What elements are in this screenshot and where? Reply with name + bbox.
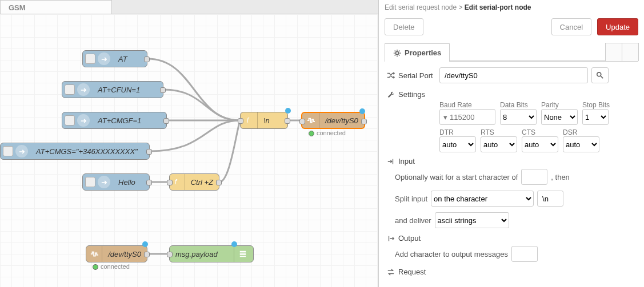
svg-line-12: [601, 76, 603, 78]
node-port-out[interactable]: [216, 180, 222, 185]
inject-button[interactable]: [3, 146, 13, 156]
row-split: Split input on the character: [395, 191, 636, 207]
edit-sidebar: Edit serial request node > Edit serial-p…: [378, 0, 644, 287]
add-char-input[interactable]: [511, 246, 538, 262]
section-request: Request: [387, 268, 636, 276]
node-port-in[interactable]: [167, 252, 173, 257]
inject-node-cfun[interactable]: ➜ AT+CFUN=1: [62, 81, 163, 98]
breadcrumb-prev[interactable]: Edit serial request node: [385, 3, 457, 11]
split-mode-select[interactable]: on the character: [431, 191, 534, 207]
databits-label: Data Bits: [500, 101, 537, 109]
col-stopbits: Stop Bits 1: [582, 101, 610, 125]
dtr-label: DTR: [439, 128, 476, 136]
row-deliver: and deliver ascii strings: [395, 212, 636, 228]
row-serial-port: Serial Port: [387, 67, 636, 83]
inject-button[interactable]: [85, 54, 95, 64]
row-settings: Settings: [387, 90, 636, 99]
baud-value: 115200: [450, 113, 474, 122]
node-label: AT: [113, 55, 133, 63]
node-changed-dot: [142, 241, 148, 247]
deliver-label: and deliver: [395, 216, 431, 225]
node-port-out[interactable]: [144, 56, 150, 62]
debug-icon: [234, 246, 251, 262]
status-dot-connected: [93, 264, 98, 270]
flow-tab-gsm[interactable]: GSM: [0, 0, 112, 14]
label-text: Settings: [398, 90, 425, 99]
gear-icon: [393, 49, 401, 57]
col-databits: Data Bits 8: [500, 101, 537, 125]
add-char-text: Add character to output messages: [395, 250, 508, 258]
workspace: GSM ➜ AT ➜ AT+CFUN=1 ➜: [0, 0, 378, 287]
label-text: Serial Port: [398, 71, 433, 80]
function-node-newline[interactable]: f \n: [240, 112, 288, 129]
section-input: Input: [387, 157, 636, 165]
serial-out-node[interactable]: /dev/ttyS0: [301, 112, 365, 129]
wrench-icon: [387, 91, 395, 99]
svg-rect-3: [239, 253, 246, 255]
node-port-out[interactable]: [163, 118, 169, 124]
node-label: AT+CFUN=1: [92, 86, 146, 94]
node-port-out[interactable]: [160, 87, 166, 93]
function-node-ctrlz[interactable]: f Ctrl +Z: [169, 173, 219, 191]
row-wait-char: Optionally wait for a start character of…: [395, 169, 636, 185]
cts-select[interactable]: auto: [522, 136, 558, 152]
exchange-icon: [387, 268, 395, 276]
inject-node-at[interactable]: ➜ AT: [82, 50, 147, 67]
dsr-select[interactable]: auto: [563, 136, 599, 152]
flow-tab-bar: GSM: [0, 0, 378, 14]
status-text: connected: [101, 263, 130, 270]
inject-node-cmgs[interactable]: ➜ AT+CMGS="+346XXXXXXXX": [0, 143, 150, 160]
tab-docs-icon[interactable]: [622, 43, 639, 61]
wait-char-input[interactable]: [521, 169, 547, 185]
baud-label: Baud Rate: [439, 101, 495, 109]
node-port-in[interactable]: [167, 180, 173, 185]
serial-port-input[interactable]: [439, 67, 588, 83]
cancel-button[interactable]: Cancel: [551, 18, 591, 35]
dtr-select[interactable]: auto: [439, 136, 476, 152]
node-changed-dot: [359, 108, 365, 114]
parity-select[interactable]: None: [541, 109, 578, 125]
then-text: , then: [551, 173, 570, 181]
inject-button[interactable]: [65, 84, 75, 95]
stopbits-select[interactable]: 1: [582, 109, 609, 125]
node-label: /dev/ttyS0: [319, 116, 364, 125]
tab-properties-label: Properties: [405, 48, 441, 57]
col-baud: Baud Rate ▾115200: [439, 101, 495, 125]
col-dtr: DTR auto: [439, 128, 476, 152]
section-request-label: Request: [398, 268, 426, 276]
node-port-out[interactable]: [146, 180, 152, 185]
breadcrumb-sep: >: [458, 3, 462, 11]
breadcrumb: Edit serial request node > Edit serial-p…: [379, 0, 644, 15]
tab-settings-icon[interactable]: [605, 43, 622, 61]
inject-button[interactable]: [65, 115, 75, 126]
serial-port-search-button[interactable]: [591, 67, 609, 83]
cts-label: CTS: [522, 128, 558, 136]
serial-in-node[interactable]: /dev/ttyS0: [86, 245, 147, 262]
rts-select[interactable]: auto: [481, 136, 517, 152]
col-rts: RTS auto: [481, 128, 517, 152]
baud-rate-input[interactable]: ▾115200: [439, 109, 495, 125]
section-output-label: Output: [398, 234, 421, 242]
node-port-in[interactable]: [299, 119, 305, 124]
node-port-out[interactable]: [146, 149, 152, 155]
deliver-mode-select[interactable]: ascii strings: [435, 212, 509, 228]
inject-node-cmgf[interactable]: ➜ AT+CMGF=1: [62, 112, 167, 129]
split-char-input[interactable]: [537, 191, 563, 207]
tab-properties[interactable]: Properties: [385, 43, 450, 62]
serial-icon: [86, 246, 102, 262]
inject-node-hello[interactable]: ➜ Hello: [82, 173, 150, 191]
node-label: AT+CMGF=1: [92, 116, 147, 125]
node-port-out[interactable]: [361, 119, 367, 124]
debug-node[interactable]: msg.payload: [169, 245, 254, 262]
update-button[interactable]: Update: [597, 18, 638, 35]
delete-button[interactable]: Delete: [385, 18, 423, 35]
settings-grid-2: DTR auto RTS auto CTS auto DSR auto: [439, 128, 636, 152]
flow-canvas[interactable]: ➜ AT ➜ AT+CFUN=1 ➜ AT+CMGF=1 ➜ AT+CMGS="…: [0, 14, 378, 287]
inject-arrow-icon: ➜: [77, 114, 90, 127]
inject-button[interactable]: [85, 177, 95, 187]
databits-select[interactable]: 8: [500, 109, 537, 125]
node-port-out[interactable]: [285, 118, 290, 124]
arrow-in-icon: [387, 157, 395, 165]
node-port-in[interactable]: [238, 118, 243, 124]
node-port-out[interactable]: [144, 252, 150, 257]
